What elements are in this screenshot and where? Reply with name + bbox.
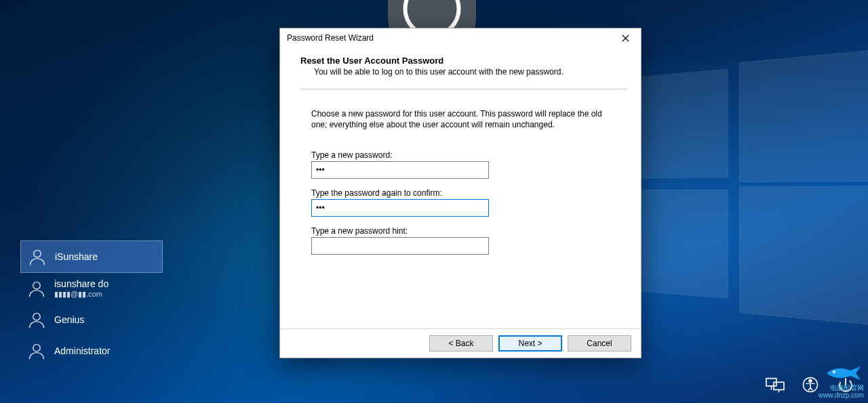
ease-of-access-icon[interactable] [800, 376, 821, 396]
password-hint-label: Type a new password hint: [311, 226, 610, 236]
dialog-body: Choose a new password for this user acco… [280, 89, 641, 255]
account-email: ▮▮▮▮@▮▮.com [54, 290, 108, 299]
confirm-password-label: Type the password again to confirm: [311, 188, 610, 198]
account-name: isunshare do [54, 278, 108, 289]
dialog-heading: Reset the User Account Password [300, 56, 627, 66]
password-reset-wizard-dialog: Password Reset Wizard Reset the User Acc… [279, 28, 642, 358]
account-name: iSunshare [55, 251, 98, 262]
dialog-footer: < Back Next > Cancel [280, 328, 641, 358]
account-item-isunshare-do[interactable]: isunshare do ▮▮▮▮@▮▮.com [20, 273, 163, 304]
dialog-titlebar[interactable]: Password Reset Wizard [280, 28, 641, 47]
confirm-password-input[interactable] [311, 199, 489, 217]
account-name: Administrator [54, 345, 110, 356]
watermark-line2: www.dnzp.com [818, 391, 864, 399]
svg-point-3 [33, 313, 41, 320]
watermark: 电脑配置网 www.dnzp.com [818, 364, 864, 399]
user-icon [27, 279, 46, 298]
cancel-button[interactable]: Cancel [568, 335, 631, 352]
svg-point-2 [33, 282, 41, 289]
close-icon [622, 35, 629, 42]
account-item-administrator[interactable]: Administrator [20, 335, 163, 366]
next-button[interactable]: Next > [498, 335, 562, 352]
account-item-genius[interactable]: Genius [20, 304, 163, 335]
dialog-title: Password Reset Wizard [287, 33, 374, 43]
fish-logo-icon [823, 364, 864, 383]
user-icon [27, 310, 46, 329]
dialog-subheading: You will be able to log on to this user … [314, 67, 627, 77]
back-button[interactable]: < Back [429, 335, 493, 352]
svg-point-1 [34, 250, 41, 257]
svg-point-13 [833, 370, 835, 373]
dialog-description: Choose a new password for this user acco… [311, 108, 610, 130]
new-password-label: Type a new password: [311, 150, 610, 160]
user-icon [27, 341, 46, 360]
new-password-input[interactable] [311, 161, 489, 179]
password-hint-input[interactable] [311, 237, 489, 255]
watermark-line1: 电脑配置网 [818, 384, 864, 391]
windows-logo-background [636, 57, 861, 322]
account-item-isunshare[interactable]: iSunshare [20, 240, 163, 273]
svg-point-10 [809, 379, 812, 382]
network-icon[interactable] [765, 376, 785, 396]
close-button[interactable] [610, 28, 641, 47]
user-icon [28, 247, 47, 266]
account-name-wrapper: isunshare do ▮▮▮▮@▮▮.com [54, 278, 108, 299]
account-name: Genius [54, 314, 84, 325]
svg-point-4 [33, 344, 41, 352]
account-list: iSunshare isunshare do ▮▮▮▮@▮▮.com Geniu… [20, 240, 163, 366]
